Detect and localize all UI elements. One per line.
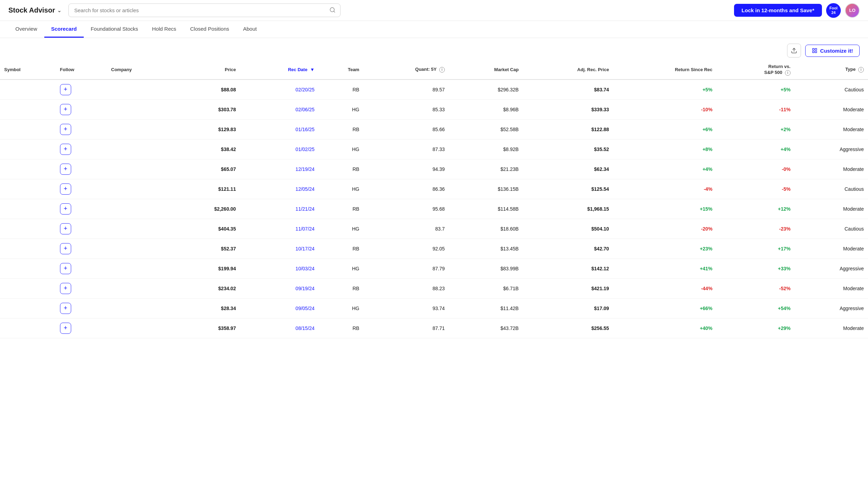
follow-button-5[interactable]: + — [60, 183, 71, 195]
follow-button-11[interactable]: + — [60, 303, 71, 314]
cell-rec-date-5[interactable]: 12/05/24 — [240, 179, 319, 199]
cell-rec-date-9[interactable]: 10/03/24 — [240, 258, 319, 278]
cell-follow-9[interactable]: + — [56, 258, 107, 278]
cell-return-since-rec-4: +4% — [613, 159, 717, 179]
type-info-icon[interactable]: i — [858, 67, 864, 73]
th-price: Price — [172, 60, 240, 80]
table-header: Symbol Follow Company Price Rec Date ▼ T… — [0, 60, 868, 80]
cell-rec-date-3[interactable]: 01/02/25 — [240, 139, 319, 159]
cell-price-12: $358.97 — [172, 318, 240, 338]
cell-rec-date-4[interactable]: 12/19/24 — [240, 159, 319, 179]
cell-follow-2[interactable]: + — [56, 119, 107, 139]
cell-rec-date-10[interactable]: 09/19/24 — [240, 278, 319, 298]
customize-button[interactable]: Customize it! — [805, 45, 860, 57]
cell-team-8: RB — [319, 239, 364, 258]
rec-date-link-10[interactable]: 09/19/24 — [295, 286, 315, 291]
cell-rec-date-11[interactable]: 09/05/24 — [240, 298, 319, 318]
cell-rec-date-8[interactable]: 10/17/24 — [240, 239, 319, 258]
follow-button-6[interactable]: + — [60, 203, 71, 215]
return-vs-sp500-info-icon[interactable]: i — [785, 70, 791, 76]
cell-follow-8[interactable]: + — [56, 239, 107, 258]
follow-button-4[interactable]: + — [60, 164, 71, 175]
rec-date-link-8[interactable]: 10/17/24 — [295, 246, 315, 251]
logo: Stock Advisor ⌄ — [8, 6, 61, 14]
cell-type-1: Moderate — [795, 99, 868, 119]
rec-date-link-7[interactable]: 11/07/24 — [295, 226, 315, 232]
rec-date-link-9[interactable]: 10/03/24 — [295, 266, 315, 271]
rec-date-link-12[interactable]: 08/15/24 — [295, 325, 315, 331]
sort-arrow-icon: ▼ — [310, 67, 315, 72]
quant-info-icon[interactable]: i — [439, 67, 445, 73]
rec-date-link-11[interactable]: 09/05/24 — [295, 306, 315, 311]
follow-button-3[interactable]: + — [60, 144, 71, 155]
follow-button-12[interactable]: + — [60, 323, 71, 334]
cell-company-1 — [107, 99, 172, 119]
follow-button-10[interactable]: + — [60, 283, 71, 294]
upload-button[interactable] — [787, 44, 801, 58]
cell-rec-date-6[interactable]: 11/21/24 — [240, 199, 319, 219]
cell-rec-date-7[interactable]: 11/07/24 — [240, 219, 319, 239]
rec-date-link-6[interactable]: 11/21/24 — [295, 206, 315, 212]
cell-team-0: RB — [319, 80, 364, 100]
cell-follow-3[interactable]: + — [56, 139, 107, 159]
cell-rec-date-2[interactable]: 01/16/25 — [240, 119, 319, 139]
chevron-down-icon[interactable]: ⌄ — [57, 8, 61, 13]
cell-company-12 — [107, 318, 172, 338]
cell-follow-5[interactable]: + — [56, 179, 107, 199]
cell-company-3 — [107, 139, 172, 159]
cell-follow-7[interactable]: + — [56, 219, 107, 239]
cell-follow-0[interactable]: + — [56, 80, 107, 100]
nav-item-overview[interactable]: Overview — [8, 21, 44, 38]
lock-button[interactable]: Lock in 12-months and Save* — [734, 4, 822, 17]
cell-rec-date-12[interactable]: 08/15/24 — [240, 318, 319, 338]
rec-date-link-4[interactable]: 12/19/24 — [295, 166, 315, 172]
rec-date-link-1[interactable]: 02/06/25 — [295, 107, 315, 112]
cell-follow-4[interactable]: + — [56, 159, 107, 179]
follow-button-0[interactable]: + — [60, 84, 71, 95]
cell-follow-12[interactable]: + — [56, 318, 107, 338]
cell-return-since-rec-12: +40% — [613, 318, 717, 338]
cell-team-7: HG — [319, 219, 364, 239]
rec-date-link-2[interactable]: 01/16/25 — [295, 127, 315, 132]
fool-badge[interactable]: Fool 24 — [826, 3, 841, 18]
cell-follow-6[interactable]: + — [56, 199, 107, 219]
cell-rec-date-0[interactable]: 02/20/25 — [240, 80, 319, 100]
cell-rec-date-1[interactable]: 02/06/25 — [240, 99, 319, 119]
table-row: + $303.78 02/06/25 HG 85.33 $8.96B $339.… — [0, 99, 868, 119]
follow-button-7[interactable]: + — [60, 223, 71, 234]
table-row: + $65.07 12/19/24 RB 94.39 $21.23B $62.3… — [0, 159, 868, 179]
nav-item-about[interactable]: About — [236, 21, 264, 38]
cell-follow-11[interactable]: + — [56, 298, 107, 318]
nav-item-foundational-stocks[interactable]: Foundational Stocks — [84, 21, 145, 38]
cell-quant-5y-2: 85.66 — [364, 119, 449, 139]
rec-date-link-3[interactable]: 01/02/25 — [295, 146, 315, 152]
avatar[interactable]: LO — [845, 3, 860, 18]
follow-button-9[interactable]: + — [60, 263, 71, 274]
th-rec-date[interactable]: Rec Date ▼ — [240, 60, 319, 80]
nav-item-closed-positions[interactable]: Closed Positions — [183, 21, 236, 38]
cell-return-vs-sp500-7: -23% — [717, 219, 795, 239]
cell-adj-rec-price-6: $1,968.15 — [523, 199, 613, 219]
cell-team-3: HG — [319, 139, 364, 159]
nav-item-hold-recs[interactable]: Hold Recs — [145, 21, 183, 38]
header-right: Lock in 12-months and Save* Fool 24 LO — [734, 3, 860, 18]
follow-button-2[interactable]: + — [60, 124, 71, 135]
cell-return-vs-sp500-12: +29% — [717, 318, 795, 338]
cell-quant-5y-9: 87.79 — [364, 258, 449, 278]
cell-team-4: RB — [319, 159, 364, 179]
cell-follow-1[interactable]: + — [56, 99, 107, 119]
follow-button-1[interactable]: + — [60, 104, 71, 115]
rec-date-link-0[interactable]: 02/20/25 — [295, 87, 315, 92]
cell-adj-rec-price-12: $256.55 — [523, 318, 613, 338]
rec-date-link-5[interactable]: 12/05/24 — [295, 186, 315, 192]
cell-symbol-12 — [0, 318, 56, 338]
nav-item-scorecard[interactable]: Scorecard — [44, 21, 84, 38]
th-return-vs-sp500: Return vs.S&P 500 i — [717, 60, 795, 80]
follow-button-8[interactable]: + — [60, 243, 71, 254]
search-input[interactable] — [68, 3, 341, 17]
cell-type-3: Aggressive — [795, 139, 868, 159]
cell-follow-10[interactable]: + — [56, 278, 107, 298]
cell-market-cap-7: $18.60B — [449, 219, 523, 239]
cell-company-2 — [107, 119, 172, 139]
cell-quant-5y-3: 87.33 — [364, 139, 449, 159]
